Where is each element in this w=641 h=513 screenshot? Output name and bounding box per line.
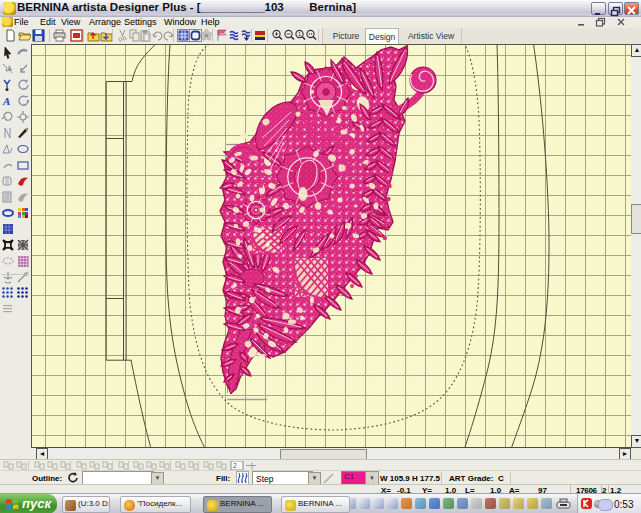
svg-text:A: A xyxy=(2,95,10,107)
svg-text:1: 1 xyxy=(298,31,301,37)
svg-text:2: 2 xyxy=(233,462,237,469)
